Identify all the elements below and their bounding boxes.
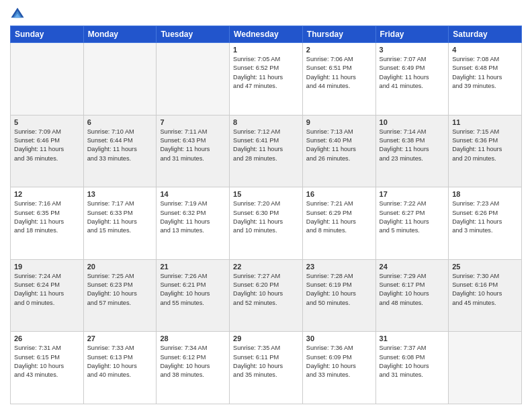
day-number: 12 bbox=[14, 190, 80, 198]
day-number: 30 bbox=[306, 334, 372, 342]
day-info: Sunrise: 7:14 AM Sunset: 6:38 PM Dayligh… bbox=[380, 128, 445, 163]
day-info: Sunrise: 7:17 AM Sunset: 6:33 PM Dayligh… bbox=[87, 199, 153, 235]
day-info: Sunrise: 7:15 AM Sunset: 6:36 PM Dayligh… bbox=[452, 128, 518, 163]
day-info: Sunrise: 7:10 AM Sunset: 6:44 PM Dayligh… bbox=[87, 128, 153, 163]
calendar-cell: 11Sunrise: 7:15 AM Sunset: 6:36 PM Dayli… bbox=[449, 115, 522, 187]
day-number: 20 bbox=[87, 263, 153, 271]
day-info: Sunrise: 7:31 AM Sunset: 6:15 PM Dayligh… bbox=[14, 344, 80, 379]
calendar-cell: 20Sunrise: 7:25 AM Sunset: 6:23 PM Dayli… bbox=[83, 259, 157, 332]
day-info: Sunrise: 7:11 AM Sunset: 6:43 PM Dayligh… bbox=[160, 128, 226, 163]
day-info: Sunrise: 7:30 AM Sunset: 6:16 PM Dayligh… bbox=[452, 272, 518, 308]
day-number: 29 bbox=[233, 334, 299, 342]
calendar-week-row: 5Sunrise: 7:09 AM Sunset: 6:46 PM Daylig… bbox=[11, 115, 522, 187]
day-info: Sunrise: 7:21 AM Sunset: 6:29 PM Dayligh… bbox=[306, 199, 372, 235]
calendar-cell: 22Sunrise: 7:27 AM Sunset: 6:20 PM Dayli… bbox=[230, 259, 303, 332]
day-info: Sunrise: 7:35 AM Sunset: 6:11 PM Dayligh… bbox=[233, 344, 299, 379]
day-info: Sunrise: 7:08 AM Sunset: 6:48 PM Dayligh… bbox=[452, 55, 518, 91]
day-number: 1 bbox=[233, 46, 299, 54]
day-of-week-header: Friday bbox=[375, 26, 449, 43]
day-number: 28 bbox=[160, 334, 226, 342]
calendar-cell: 7Sunrise: 7:11 AM Sunset: 6:43 PM Daylig… bbox=[157, 115, 230, 187]
day-info: Sunrise: 7:24 AM Sunset: 6:24 PM Dayligh… bbox=[14, 272, 80, 308]
day-number: 16 bbox=[306, 190, 372, 198]
calendar-cell: 2Sunrise: 7:06 AM Sunset: 6:51 PM Daylig… bbox=[302, 43, 375, 116]
calendar-cell: 27Sunrise: 7:33 AM Sunset: 6:13 PM Dayli… bbox=[83, 332, 157, 404]
day-info: Sunrise: 7:27 AM Sunset: 6:20 PM Dayligh… bbox=[233, 272, 299, 308]
calendar-cell: 19Sunrise: 7:24 AM Sunset: 6:24 PM Dayli… bbox=[11, 259, 84, 332]
calendar-cell: 6Sunrise: 7:10 AM Sunset: 6:44 PM Daylig… bbox=[83, 115, 157, 187]
day-info: Sunrise: 7:37 AM Sunset: 6:08 PM Dayligh… bbox=[380, 344, 445, 379]
calendar-week-row: 12Sunrise: 7:16 AM Sunset: 6:35 PM Dayli… bbox=[11, 187, 522, 260]
day-number: 10 bbox=[380, 118, 445, 126]
day-info: Sunrise: 7:20 AM Sunset: 6:30 PM Dayligh… bbox=[233, 199, 299, 235]
day-of-week-header: Wednesday bbox=[230, 26, 303, 43]
calendar-cell: 21Sunrise: 7:26 AM Sunset: 6:21 PM Dayli… bbox=[157, 259, 230, 332]
calendar-cell: 9Sunrise: 7:13 AM Sunset: 6:40 PM Daylig… bbox=[302, 115, 375, 187]
day-number: 31 bbox=[380, 334, 445, 342]
day-info: Sunrise: 7:06 AM Sunset: 6:51 PM Dayligh… bbox=[306, 55, 372, 91]
calendar-cell bbox=[83, 43, 157, 116]
day-number: 24 bbox=[380, 263, 445, 271]
day-number: 13 bbox=[87, 190, 153, 198]
calendar-cell: 30Sunrise: 7:36 AM Sunset: 6:09 PM Dayli… bbox=[302, 332, 375, 404]
day-info: Sunrise: 7:09 AM Sunset: 6:46 PM Dayligh… bbox=[14, 128, 80, 163]
calendar-cell bbox=[449, 332, 522, 404]
day-number: 18 bbox=[452, 190, 518, 198]
day-info: Sunrise: 7:25 AM Sunset: 6:23 PM Dayligh… bbox=[87, 272, 153, 308]
calendar-cell: 31Sunrise: 7:37 AM Sunset: 6:08 PM Dayli… bbox=[375, 332, 449, 404]
day-info: Sunrise: 7:07 AM Sunset: 6:49 PM Dayligh… bbox=[380, 55, 445, 91]
calendar-cell: 8Sunrise: 7:12 AM Sunset: 6:41 PM Daylig… bbox=[230, 115, 303, 187]
calendar-table: SundayMondayTuesdayWednesdayThursdayFrid… bbox=[10, 26, 522, 404]
calendar-week-row: 1Sunrise: 7:05 AM Sunset: 6:52 PM Daylig… bbox=[11, 43, 522, 116]
day-number: 19 bbox=[14, 263, 80, 271]
calendar-cell: 4Sunrise: 7:08 AM Sunset: 6:48 PM Daylig… bbox=[449, 43, 522, 116]
day-number: 23 bbox=[306, 263, 372, 271]
day-info: Sunrise: 7:12 AM Sunset: 6:41 PM Dayligh… bbox=[233, 128, 299, 163]
calendar-header-row: SundayMondayTuesdayWednesdayThursdayFrid… bbox=[11, 26, 522, 43]
day-info: Sunrise: 7:33 AM Sunset: 6:13 PM Dayligh… bbox=[87, 344, 153, 379]
day-number: 9 bbox=[306, 118, 372, 126]
day-number: 11 bbox=[452, 118, 518, 126]
calendar-cell: 1Sunrise: 7:05 AM Sunset: 6:52 PM Daylig… bbox=[230, 43, 303, 116]
day-info: Sunrise: 7:16 AM Sunset: 6:35 PM Dayligh… bbox=[14, 199, 80, 235]
day-info: Sunrise: 7:26 AM Sunset: 6:21 PM Dayligh… bbox=[160, 272, 226, 308]
calendar-cell: 28Sunrise: 7:34 AM Sunset: 6:12 PM Dayli… bbox=[157, 332, 230, 404]
calendar-cell: 24Sunrise: 7:29 AM Sunset: 6:17 PM Dayli… bbox=[375, 259, 449, 332]
calendar-cell: 26Sunrise: 7:31 AM Sunset: 6:15 PM Dayli… bbox=[11, 332, 84, 404]
calendar-cell: 29Sunrise: 7:35 AM Sunset: 6:11 PM Dayli… bbox=[230, 332, 303, 404]
calendar-cell: 5Sunrise: 7:09 AM Sunset: 6:46 PM Daylig… bbox=[11, 115, 84, 187]
day-info: Sunrise: 7:36 AM Sunset: 6:09 PM Dayligh… bbox=[306, 344, 372, 379]
calendar-cell: 16Sunrise: 7:21 AM Sunset: 6:29 PM Dayli… bbox=[302, 187, 375, 260]
day-number: 2 bbox=[306, 46, 372, 54]
calendar-cell: 13Sunrise: 7:17 AM Sunset: 6:33 PM Dayli… bbox=[83, 187, 157, 260]
day-info: Sunrise: 7:23 AM Sunset: 6:26 PM Dayligh… bbox=[452, 199, 518, 235]
logo-icon bbox=[10, 7, 25, 21]
calendar-cell: 3Sunrise: 7:07 AM Sunset: 6:49 PM Daylig… bbox=[375, 43, 449, 116]
day-number: 4 bbox=[452, 46, 518, 54]
day-number: 7 bbox=[160, 118, 226, 126]
day-of-week-header: Thursday bbox=[302, 26, 375, 43]
day-number: 27 bbox=[87, 334, 153, 342]
day-of-week-header: Tuesday bbox=[157, 26, 230, 43]
day-info: Sunrise: 7:34 AM Sunset: 6:12 PM Dayligh… bbox=[160, 344, 226, 379]
day-number: 22 bbox=[233, 263, 299, 271]
calendar-cell: 23Sunrise: 7:28 AM Sunset: 6:19 PM Dayli… bbox=[302, 259, 375, 332]
day-info: Sunrise: 7:28 AM Sunset: 6:19 PM Dayligh… bbox=[306, 272, 372, 308]
day-info: Sunrise: 7:22 AM Sunset: 6:27 PM Dayligh… bbox=[380, 199, 445, 235]
day-number: 25 bbox=[452, 263, 518, 271]
calendar-cell: 17Sunrise: 7:22 AM Sunset: 6:27 PM Dayli… bbox=[375, 187, 449, 260]
day-info: Sunrise: 7:05 AM Sunset: 6:52 PM Dayligh… bbox=[233, 55, 299, 91]
day-number: 26 bbox=[14, 334, 80, 342]
calendar-cell bbox=[157, 43, 230, 116]
calendar-cell: 15Sunrise: 7:20 AM Sunset: 6:30 PM Dayli… bbox=[230, 187, 303, 260]
logo bbox=[10, 7, 28, 21]
header bbox=[10, 7, 522, 21]
day-info: Sunrise: 7:13 AM Sunset: 6:40 PM Dayligh… bbox=[306, 128, 372, 163]
day-number: 15 bbox=[233, 190, 299, 198]
calendar-cell: 10Sunrise: 7:14 AM Sunset: 6:38 PM Dayli… bbox=[375, 115, 449, 187]
day-number: 6 bbox=[87, 118, 153, 126]
day-info: Sunrise: 7:29 AM Sunset: 6:17 PM Dayligh… bbox=[380, 272, 445, 308]
day-of-week-header: Saturday bbox=[449, 26, 522, 43]
calendar-week-row: 19Sunrise: 7:24 AM Sunset: 6:24 PM Dayli… bbox=[11, 259, 522, 332]
calendar-cell: 18Sunrise: 7:23 AM Sunset: 6:26 PM Dayli… bbox=[449, 187, 522, 260]
